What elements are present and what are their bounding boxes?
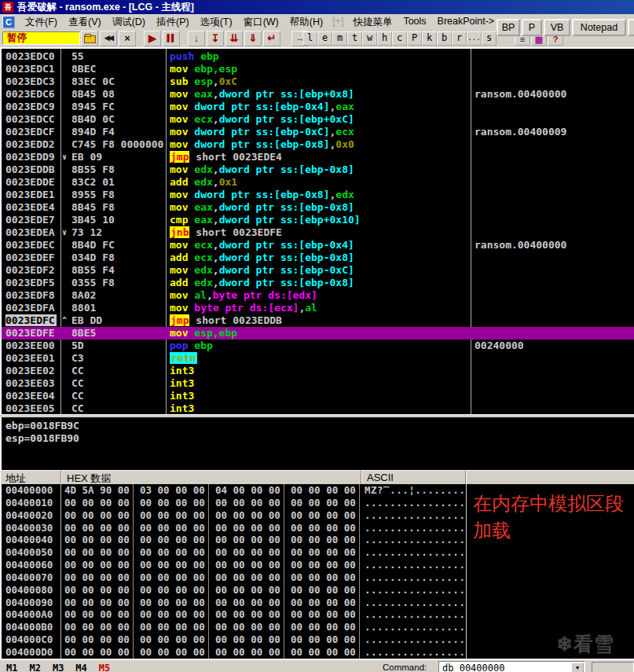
quick-button-vb[interactable]: VB — [544, 19, 570, 36]
disasm-comment — [475, 101, 634, 113]
dump-row[interactable]: 004000C000 00 00 0000 00 00 0000 00 00 0… — [2, 633, 634, 646]
dump-header-address[interactable]: 地址 — [0, 470, 61, 484]
menu-item-9[interactable]: 快捷菜单 — [347, 16, 398, 29]
disasm-row[interactable]: 0023EDE48B45 F8mov eax,dword ptr ss:[ebp… — [2, 201, 634, 214]
disasm-row[interactable]: 0023EE005Dpop ebp00240000 — [2, 340, 634, 352]
mdi-child-icon[interactable]: C — [2, 16, 15, 28]
step-into-button[interactable]: ↓ — [188, 31, 205, 46]
jump-direction-icon — [62, 365, 71, 377]
toolbar-letter-dots[interactable]: ... — [467, 31, 482, 46]
run-button[interactable]: ▶ — [144, 31, 161, 46]
toolbar-letter-t[interactable]: t — [347, 31, 362, 46]
disasm-row[interactable]: 0023EDC18BECmov ebp,esp — [2, 63, 634, 75]
disasm-row[interactable]: 0023EDC68B45 08mov eax,dword ptr ss:[ebp… — [2, 88, 634, 101]
dump-row[interactable]: 004000D000 00 00 0000 00 00 0000 00 00 0… — [2, 646, 634, 659]
menu-item-11[interactable]: BreakPoint-> — [432, 16, 500, 29]
disasm-row[interactable]: 0023EDEC8B4D FCmov ecx,dword ptr ss:[ebp… — [2, 239, 634, 252]
dump-row[interactable]: 0040006000 00 00 0000 00 00 0000 00 00 0… — [2, 559, 634, 571]
chevron-down-icon[interactable]: ▼ — [571, 663, 584, 672]
memory-tab-m5[interactable]: M5 — [99, 663, 110, 672]
disasm-row[interactable]: 0023EDF50355 F8add edx,dword ptr ss:[ebp… — [2, 277, 634, 289]
dump-hex-group: 00 00 00 00 — [291, 584, 360, 597]
quick-button-p[interactable]: P — [522, 19, 542, 36]
memory-tab-m3[interactable]: M3 — [53, 663, 64, 672]
dump-row[interactable]: 0040007000 00 00 0000 00 00 0000 00 00 0… — [2, 571, 634, 584]
quick-button-c[interactable]: C — [628, 19, 634, 36]
menu-item-7[interactable]: 帮助(H) — [284, 16, 328, 29]
quick-button-notepad[interactable]: Notepad — [572, 19, 626, 36]
open-file-button[interactable] — [81, 31, 98, 46]
quick-button-bp[interactable]: BP — [497, 19, 520, 36]
disasm-row[interactable]: 0023EDFC^EB DDjmp short 0023EDDB — [2, 314, 634, 327]
disasm-row[interactable]: 0023EE03CCint3 — [2, 377, 634, 390]
disasm-row[interactable]: 0023EE01C3retn — [2, 352, 634, 365]
animate-over-button[interactable]: ⇓ — [244, 31, 262, 46]
disasm-row[interactable]: 0023EDD9∨EB 09jmp short 0023EDE4 — [2, 151, 634, 163]
disasm-row[interactable]: 0023EDD2C745 F8 00000000mov dword ptr ss… — [2, 138, 634, 151]
title-bar[interactable]: 吾 吾爱破解 - ransom.exe - [LCG - 主线程] — [0, 0, 634, 14]
toolbar-letter-c[interactable]: c — [392, 31, 407, 46]
disasm-row[interactable]: 0023EDFE8BE5mov esp,ebp — [2, 327, 634, 340]
dump-row[interactable]: 0040009000 00 00 0000 00 00 0000 00 00 0… — [2, 597, 634, 609]
disasm-row[interactable]: 0023EE04CCint3 — [2, 390, 634, 402]
info-pane: ebp=0018FB9C esp=0018FB90 — [0, 417, 634, 470]
disasm-row[interactable]: 0023EDC98945 FCmov dword ptr ss:[ebp-0x4… — [2, 101, 634, 113]
disasm-row[interactable]: 0023EDDE83C2 01add edx,0x1 — [2, 176, 634, 189]
disassembly-pane[interactable]: 0023EDC055push ebp0023EDC18BECmov ebp,es… — [0, 47, 634, 414]
toolbar-letter-r[interactable]: r — [452, 31, 467, 46]
disasm-row[interactable]: 0023EE02CCint3 — [2, 365, 634, 377]
menu-item-4[interactable]: 插件(P) — [151, 16, 195, 29]
jump-direction-icon: ∨ — [62, 226, 71, 239]
disasm-row[interactable]: 0023EDCF894D F4mov dword ptr ss:[ebp-0xC… — [2, 126, 634, 138]
menu-item-8[interactable]: [+] — [328, 16, 347, 29]
disasm-row[interactable]: 0023EDE73B45 10cmp eax,dword ptr ss:[ebp… — [2, 214, 634, 226]
disasm-row[interactable]: 0023EDEA∨73 12jnb short 0023EDFE — [2, 226, 634, 239]
close-button[interactable]: × — [119, 31, 136, 46]
dump-hex-group: 00 00 00 00 — [140, 509, 211, 522]
menu-item-10[interactable]: Tools — [398, 16, 431, 29]
menu-item-5[interactable]: 选项(T) — [195, 16, 238, 29]
toolbar-letter-b[interactable]: b — [437, 31, 452, 46]
disasm-row[interactable]: 0023EDF28B55 F4mov edx,dword ptr ss:[ebp… — [2, 264, 634, 277]
memory-tab-m2[interactable]: M2 — [29, 663, 40, 672]
memory-tab-m1[interactable]: M1 — [6, 663, 17, 672]
disasm-instruction: cmp eax,dword ptr ss:[ebp+0x10] — [170, 214, 469, 226]
restart-button[interactable]: ◀◀ — [100, 31, 117, 46]
disasm-row[interactable]: 0023EDF88A02mov al,byte ptr ds:[edx] — [2, 289, 634, 302]
disasm-row[interactable]: 0023EDE18955 F8mov dword ptr ss:[ebp-0x8… — [2, 189, 634, 201]
dump-header-hex[interactable]: HEX 数据 — [61, 470, 361, 484]
toolbar-letter-e[interactable]: e — [317, 31, 332, 46]
disasm-bytes: 55 — [71, 50, 164, 63]
disasm-row[interactable]: 0023EDFA8801mov byte ptr ds:[ecx],al — [2, 302, 634, 314]
disasm-row[interactable]: 0023EE05CCint3 — [2, 402, 634, 414]
disasm-row[interactable]: 0023EDC055push ebp — [2, 50, 634, 63]
command-input[interactable]: db 00400000 ▼ — [438, 661, 585, 672]
dump-row[interactable]: 0040005000 00 00 0000 00 00 0000 00 00 0… — [2, 546, 634, 559]
toolbar-letter-w[interactable]: w — [362, 31, 377, 46]
disasm-row[interactable]: 0023EDDB8B55 F8mov edx,dword ptr ss:[ebp… — [2, 163, 634, 176]
dump-hex-group: 00 00 00 00 — [291, 646, 360, 659]
disasm-row[interactable]: 0023EDC383EC 0Csub esp,0xC — [2, 75, 634, 88]
disasm-row[interactable]: 0023EDCC8B4D 0Cmov ecx,dword ptr ss:[ebp… — [2, 113, 634, 126]
dump-row[interactable]: 0040008000 00 00 0000 00 00 0000 00 00 0… — [2, 584, 634, 597]
disasm-row[interactable]: 0023EDEF034D F8add ecx,dword ptr ss:[ebp… — [2, 252, 634, 264]
menu-item-3[interactable]: 调试(D) — [107, 16, 151, 29]
dump-header-ascii[interactable]: ASCII — [361, 470, 466, 484]
toolbar-letter-l[interactable]: l — [302, 31, 317, 46]
menu-item-6[interactable]: 窗口(W) — [238, 16, 284, 29]
menu-item-1[interactable]: 文件(F) — [20, 16, 63, 29]
dump-row[interactable]: 004000B000 00 00 0000 00 00 0000 00 00 0… — [2, 621, 634, 633]
toolbar-letter-h[interactable]: h — [377, 31, 392, 46]
toolbar-letter-m[interactable]: m — [332, 31, 347, 46]
dump-hex-group: 00 00 00 00 — [140, 621, 211, 633]
memory-tab-m4[interactable]: M4 — [75, 663, 86, 672]
step-over-button[interactable]: ↧ — [207, 31, 224, 46]
execute-till-return-button[interactable]: ↵ — [263, 31, 280, 46]
toolbar-letter-s[interactable]: s — [482, 31, 497, 46]
toolbar-letter-P[interactable]: P — [407, 31, 422, 46]
animate-into-button[interactable]: ⇊ — [225, 31, 243, 46]
dump-row[interactable]: 004000A000 00 00 0000 00 00 0000 00 00 0… — [2, 608, 634, 621]
toolbar-letter-k[interactable]: k — [422, 31, 437, 46]
pause-button[interactable]: ▌▌ — [163, 31, 180, 46]
menu-item-2[interactable]: 查看(V) — [63, 16, 107, 29]
